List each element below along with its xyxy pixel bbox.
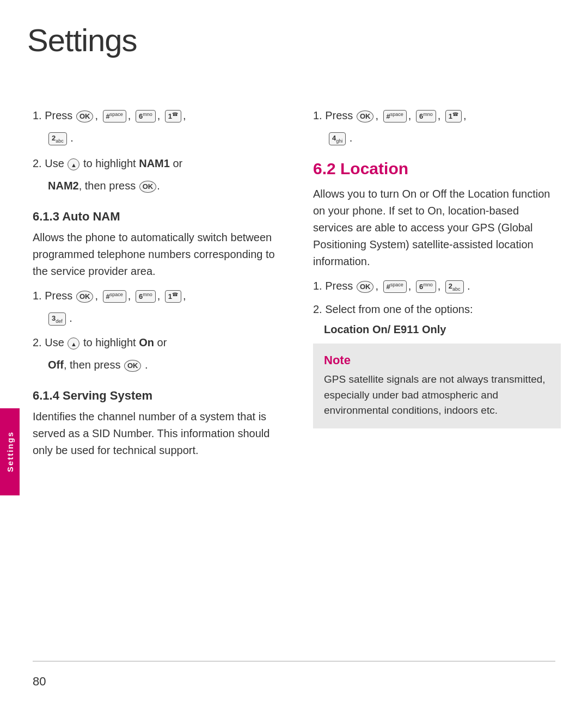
left-step2-content: 2. Use ▲ to highlight NAM1 or [33,155,182,172]
section-614-text: Identifies the channel number of a syste… [33,408,280,459]
section-62-step2: 2. Select from one of the options: [313,301,561,318]
section-613-text: Allows the phone to automatically switch… [33,229,280,280]
section-62-title: 6.2 Location [313,160,561,178]
left-step2-text: to highlight [83,157,139,169]
key-hash-2: #space [103,290,126,303]
key-3def: 3def [48,312,66,326]
left-step1-prefix: 1. Press [33,109,72,121]
left-step2-nam1: NAM1 [139,157,170,169]
left-step2-nam2-text: NAM2 [48,180,79,192]
page-number: 80 [33,675,46,689]
right-step1-prefix: 1. Press [313,109,353,121]
right-step1-content: 1. Press OK, #space, 6mno, 1☎, [313,107,468,124]
section-613-step2-prefix: 2. Use [33,336,67,348]
key-2abc-1: 2abc [48,132,67,145]
left-step1: 1. Press OK, #space, 6mno, 1☎, [33,107,280,124]
key-6-4: 6mno [416,280,436,293]
left-step1-content: 1. Press OK, #space, 6mno, 1☎, [33,107,187,124]
side-tab: Settings [0,408,20,495]
key-ok-4: OK [124,360,142,372]
note-text: GPS satellite signals are not always tra… [324,372,550,419]
page: Settings Settings 1. Press OK, #space, 6… [0,0,588,705]
key-nav-1: ▲ [68,158,79,170]
section-613-step2-text: to highlight [83,336,139,348]
section-613-step1: 1. Press OK, #space, 6mno, 1☎, [33,287,280,304]
section-62-step1-prefix: 1. Press [313,280,353,292]
right-step1: 1. Press OK, #space, 6mno, 1☎, [313,107,561,124]
section-62-step1: 1. Press OK, #space, 6mno, 2abc . [313,278,561,295]
main-content: 1. Press OK, #space, 6mno, 1☎, 2abc . 2.… [27,107,561,705]
section-613-step2-off: Off, then press OK . [48,357,280,373]
section-613-step1-prefix: 1. Press [33,290,76,302]
section-62-step1-content: 1. Press OK, #space, 6mno, 2abc . [313,278,470,295]
section-613-step2-content: 2. Use ▲ to highlight On or [33,334,167,351]
key-hash-4: #space [383,280,407,293]
key-nav-2: ▲ [68,338,79,350]
section-613-on: On [139,336,154,348]
page-title: Settings [27,22,588,58]
section-62-step2-content: 2. Select from one of the options: [313,301,473,318]
section-613-step2: 2. Use ▲ to highlight On or [33,334,280,351]
section-613-or: or [157,336,167,348]
key-4ghi: 4ghi [329,132,346,145]
key-1-1: 1☎ [165,110,181,123]
right-column: 1. Press OK, #space, 6mno, 1☎, 4ghi . 6.… [297,107,561,705]
key-ok-2: OK [139,181,157,193]
left-step2-prefix: 2. Use [33,157,67,169]
left-step2-or: or [173,157,182,169]
key-6-3: 6mno [416,110,436,123]
left-step2-nam2: NAM2, then press OK. [48,177,280,194]
key-hash-3: #space [383,110,407,123]
key-1-3: 1☎ [445,110,462,123]
section-613-step1-content: 1. Press OK, #space, 6mno, 1☎, [33,287,187,304]
section-613-heading: 6.1.3 Auto NAM [33,210,280,224]
section-614-heading: 6.1.4 Serving System [33,389,280,403]
key-ok-6: OK [357,281,374,293]
key-ok-5: OK [357,111,374,122]
key-ok-1: OK [76,111,94,122]
section-613-step1-3def: 3def . [48,310,280,327]
key-1-2: 1☎ [165,290,181,303]
side-tab-label: Settings [5,431,15,472]
key-6-2: 6mno [136,290,156,303]
note-box: Note GPS satellite signals are not alway… [313,344,561,428]
key-hash-1: #space [103,110,126,123]
left-step2: 2. Use ▲ to highlight NAM1 or [33,155,280,172]
note-title: Note [324,353,550,367]
section-62-text: Allows you to turn On or Off the Locatio… [313,186,561,270]
key-ok-3: OK [76,291,94,303]
left-step1-2abc: 2abc . [48,130,280,146]
left-column: 1. Press OK, #space, 6mno, 1☎, 2abc . 2.… [27,107,297,705]
key-6-1: 6mno [136,110,156,123]
right-step1-4ghi: 4ghi . [328,130,561,146]
bottom-divider [33,661,555,661]
section-613-off-text: Off [48,359,64,371]
key-2abc-2: 2abc [445,280,464,293]
section-62-options: Location On/ E911 Only [324,323,561,336]
